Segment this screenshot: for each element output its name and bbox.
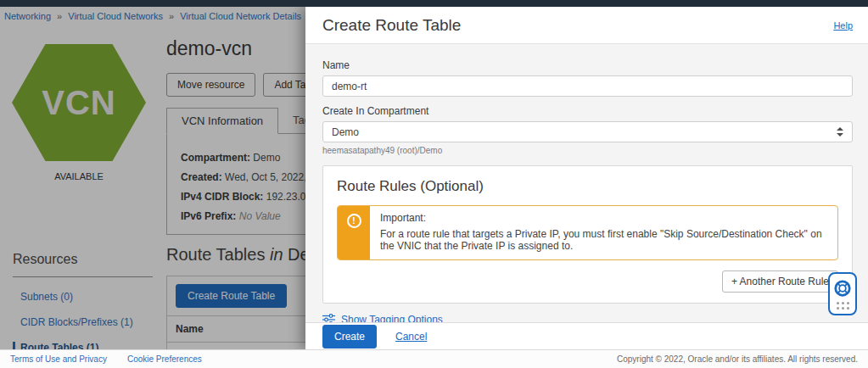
warning-title: Important: <box>380 212 827 224</box>
compartment-select-value: Demo <box>332 126 359 138</box>
terms-of-use-link[interactable]: Terms of Use and Privacy <box>10 354 107 364</box>
grid-dots-icon <box>837 302 849 309</box>
show-tagging-options-link[interactable]: Show Tagging Options <box>341 314 443 322</box>
warning-content: Important: For a route rule that targets… <box>370 206 837 259</box>
name-field-label: Name <box>322 59 853 71</box>
updown-chevrons-icon <box>837 127 843 137</box>
lifebuoy-icon <box>833 279 852 298</box>
important-warning-banner: ! Important: For a route rule that targe… <box>337 205 838 260</box>
name-input-value: demo-rt <box>332 81 367 92</box>
route-rules-heading: Route Rules (Optional) <box>337 178 838 195</box>
warning-text: For a route rule that targets a Private … <box>380 228 827 252</box>
sliders-icon <box>322 314 335 322</box>
compartment-select[interactable]: Demo <box>322 121 853 142</box>
floating-help-widget[interactable] <box>828 272 857 315</box>
create-button[interactable]: Create <box>322 325 377 348</box>
cookie-preferences-link[interactable]: Cookie Preferences <box>127 354 202 364</box>
route-rules-card: Route Rules (Optional) ! Important: For … <box>322 165 853 304</box>
compartment-path-helper: heemasatapathy49 (root)/Demo <box>322 146 853 155</box>
help-link[interactable]: Help <box>833 20 853 31</box>
screen: Networking » Virtual Cloud Networks » Vi… <box>0 0 868 368</box>
panel-body: Name demo-rt Create In Compartment Demo … <box>305 44 868 322</box>
panel-title: Create Route Table <box>322 16 461 35</box>
exclamation-circle-icon: ! <box>347 214 361 228</box>
footer-links: Terms of Use and Privacy Cookie Preferen… <box>10 354 202 364</box>
tagging-options-row: Show Tagging Options <box>322 314 853 322</box>
warning-stripe: ! <box>338 206 370 259</box>
name-input[interactable]: demo-rt <box>322 75 853 97</box>
create-route-table-panel: Create Route Table Help Name demo-rt Cre… <box>305 7 868 349</box>
page-footer: Terms of Use and Privacy Cookie Preferen… <box>0 349 868 368</box>
another-route-rule-button[interactable]: + Another Route Rule <box>722 270 838 293</box>
compartment-field-label: Create In Compartment <box>322 105 853 117</box>
top-navigation-bar <box>0 0 868 7</box>
panel-footer: Create Cancel <box>305 322 868 349</box>
rule-button-row: + Another Route Rule <box>337 270 838 293</box>
panel-header: Create Route Table Help <box>305 7 868 44</box>
cancel-link[interactable]: Cancel <box>395 331 427 343</box>
copyright-text: Copyright © 2022, Oracle and/or its affi… <box>617 354 858 364</box>
